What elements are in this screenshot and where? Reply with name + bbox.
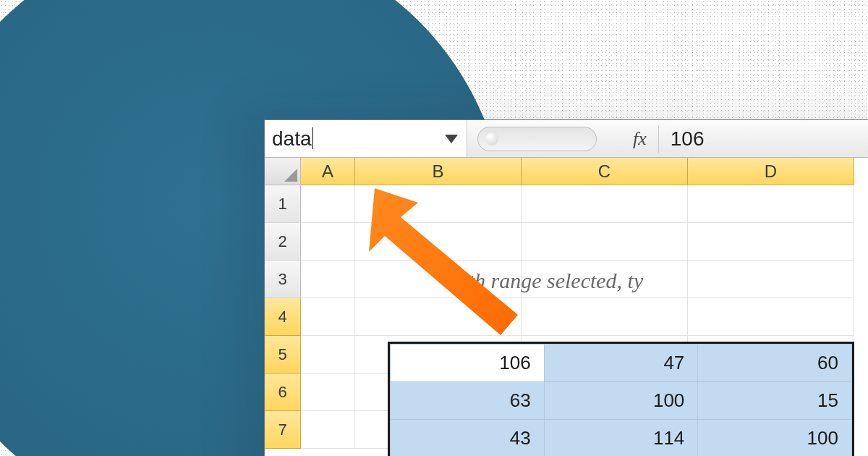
spreadsheet-window: data fx 106 A B C D 1 2 (264, 119, 868, 456)
cells[interactable]: With range selected, ty 106 47 60 63 100 (301, 185, 854, 449)
row-header-4[interactable]: 4 (265, 298, 301, 336)
selected-range[interactable]: 106 47 60 63 100 15 43 114 (388, 342, 854, 456)
formula-bar-value[interactable]: 106 (671, 127, 705, 151)
column-header-a[interactable]: A (301, 158, 355, 185)
table-row: 106 47 60 (391, 345, 852, 382)
rows: 1 2 3 4 5 6 7 With range selected (265, 185, 868, 449)
select-all-triangle-icon (284, 169, 297, 182)
cell-c5[interactable]: 100 (544, 382, 698, 420)
cell-b4[interactable]: 106 (391, 345, 545, 382)
row-header-2[interactable]: 2 (265, 223, 301, 261)
row-header-3[interactable]: 3 (265, 261, 301, 298)
column-header-b[interactable]: B (355, 158, 522, 185)
name-box[interactable]: data (265, 120, 467, 157)
cell-d5[interactable]: 15 (698, 382, 852, 420)
annotation-text: With range selected, ty (446, 269, 643, 293)
cell-d6[interactable]: 100 (698, 420, 852, 457)
separator (658, 125, 659, 153)
table-row: 43 114 100 (391, 420, 852, 457)
row-header-1[interactable]: 1 (265, 185, 301, 223)
name-box-value: data (272, 127, 313, 151)
chevron-down-icon[interactable] (445, 135, 458, 143)
row-headers: 1 2 3 4 5 6 7 (265, 185, 301, 449)
text-caret (312, 127, 313, 149)
cell-c6[interactable]: 114 (544, 420, 698, 457)
row-header-6[interactable]: 6 (265, 373, 301, 411)
canvas: data fx 106 A B C D 1 2 (0, 0, 868, 456)
cell-d4[interactable]: 60 (698, 345, 852, 382)
cell-c4[interactable]: 47 (544, 345, 698, 382)
grid-area: A B C D 1 2 3 4 5 6 7 (265, 158, 868, 456)
cancel-enter-pill[interactable] (477, 127, 597, 151)
table-row: 63 100 15 (391, 382, 852, 420)
column-header-d[interactable]: D (688, 158, 854, 185)
column-header-c[interactable]: C (522, 158, 688, 185)
fx-group: fx 106 (467, 120, 704, 157)
cell-b5[interactable]: 63 (391, 382, 545, 420)
row-header-5[interactable]: 5 (265, 336, 301, 373)
row-header-7[interactable]: 7 (265, 411, 301, 449)
fx-icon[interactable]: fx (633, 128, 647, 150)
cell-b6[interactable]: 43 (391, 420, 545, 457)
select-all-corner[interactable] (265, 158, 301, 185)
data-table: 106 47 60 63 100 15 43 114 (390, 344, 852, 456)
pill-dot-icon (485, 132, 498, 145)
column-headers: A B C D (265, 158, 868, 185)
formula-bar: data fx 106 (265, 120, 868, 158)
